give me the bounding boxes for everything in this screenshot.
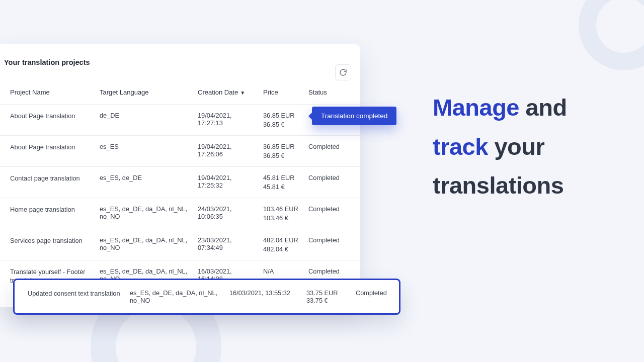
cell-creation-date: 23/03/2021, 07:34:49 — [194, 229, 259, 260]
headline-word-your: your — [494, 133, 544, 160]
refresh-button[interactable] — [335, 64, 351, 80]
table-row[interactable]: About Page translation es_ES 19/04/2021,… — [0, 136, 360, 167]
col-status[interactable]: Status — [304, 68, 360, 105]
table-row[interactable]: Contact page translation es_ES, de_DE 19… — [0, 167, 360, 198]
cell-price: 45.81 EUR45.81 € — [259, 167, 304, 198]
translation-completed-tooltip: Translation completed — [312, 107, 396, 125]
cell-price: 36.85 EUR36.85 € — [259, 136, 304, 167]
panel-title: Your translation projects — [0, 54, 360, 68]
cell-target-language: es_ES — [96, 136, 194, 167]
cell-project-name: About Page translation — [0, 105, 96, 136]
cell-project-name: Home page translation — [0, 198, 96, 229]
headline-word-track: track — [433, 133, 488, 160]
headline-word-translations: translations — [433, 172, 564, 199]
headline-word-manage: Manage — [433, 94, 519, 121]
col-target-language[interactable]: Target Language — [96, 68, 194, 105]
cell-creation-date: 24/03/2021, 10:06:35 — [194, 198, 259, 229]
decorative-circle-top — [579, 0, 644, 70]
projects-panel: Your translation projects Project Name T… — [0, 44, 360, 307]
cell-target-language: es_ES, de_DE — [96, 167, 194, 198]
cell-creation-date: 19/04/2021, 17:26:06 — [194, 136, 259, 167]
cell-project-name: Services page translation — [0, 229, 96, 260]
table-row[interactable]: Home page translation es_ES, de_DE, da_D… — [0, 198, 360, 229]
cell-target-language: es_ES, de_DE, da_DA, nl_NL, no_NO — [96, 198, 194, 229]
highlighted-row[interactable]: Updated consent text translation es_ES, … — [13, 279, 400, 315]
col-creation-date-label: Creation Date — [198, 88, 238, 96]
cell-creation-date: 16/03/2021, 13:55:32 — [229, 289, 297, 304]
cell-status: Completed — [356, 289, 401, 304]
cell-target-language: de_DE — [96, 105, 194, 136]
table-row[interactable]: Services page translation es_ES, de_DE, … — [0, 229, 360, 260]
cell-project-name: Contact page translation — [0, 167, 96, 198]
cell-status: Completed — [304, 136, 360, 167]
marketing-headline: Manage and track your translations — [433, 88, 614, 205]
projects-table: Project Name Target Language Creation Da… — [0, 68, 360, 292]
col-creation-date[interactable]: Creation Date▼ — [194, 68, 259, 105]
cell-price: 33.75 EUR33.75 € — [306, 289, 347, 304]
cell-price: 103.46 EUR103.46 € — [259, 198, 304, 229]
cell-status: Completed — [304, 167, 360, 198]
table-row[interactable]: About Page translation de_DE 19/04/2021,… — [0, 105, 360, 136]
cell-project-name: Updated consent text translation — [28, 289, 121, 304]
col-project-name[interactable]: Project Name — [0, 68, 96, 105]
cell-price: 36.85 EUR36.85 € — [259, 105, 304, 136]
cell-target-language: es_ES, de_DE, da_DA, nl_NL, no_NO — [96, 229, 194, 260]
cell-status: Completed — [304, 198, 360, 229]
cell-price: 482.04 EUR482.04 € — [259, 229, 304, 260]
headline-word-and: and — [526, 94, 567, 121]
cell-project-name: About Page translation — [0, 136, 96, 167]
col-price[interactable]: Price — [259, 68, 304, 105]
cell-creation-date: 19/04/2021, 17:25:32 — [194, 167, 259, 198]
cell-target-language: es_ES, de_DE, da_DA, nl_NL, no_NO — [130, 289, 220, 304]
cell-status: Completed — [304, 229, 360, 260]
sort-desc-icon: ▼ — [240, 90, 245, 96]
cell-creation-date: 19/04/2021, 17:27:13 — [194, 105, 259, 136]
refresh-icon — [339, 68, 347, 76]
